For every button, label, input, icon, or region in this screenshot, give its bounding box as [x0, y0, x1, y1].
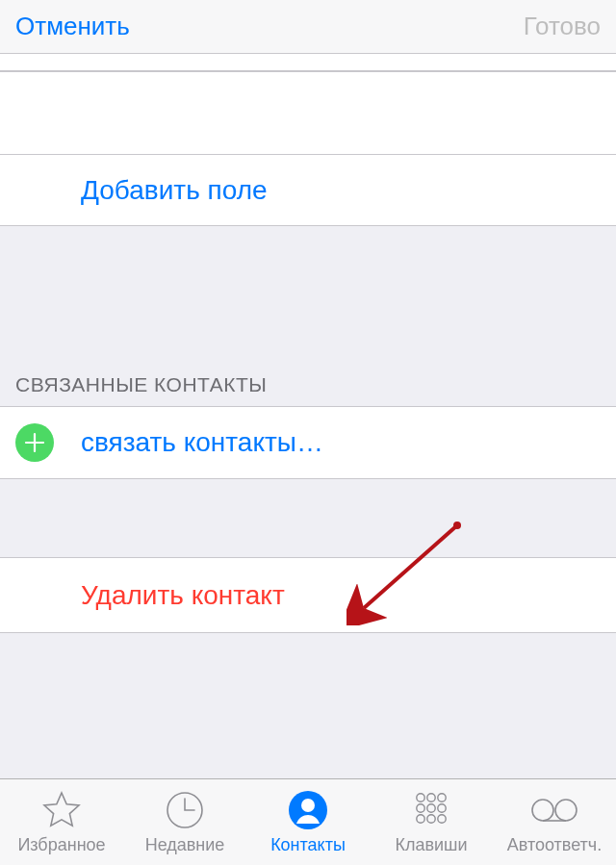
tab-keypad-label: Клавиши	[395, 835, 467, 855]
svg-point-6	[427, 794, 435, 801]
spacer	[0, 479, 616, 558]
svg-point-11	[417, 815, 424, 823]
link-contacts-label: связать контакты…	[81, 427, 323, 458]
header-bar: Отменить Готово	[0, 0, 616, 54]
svg-point-9	[427, 804, 435, 812]
contacts-icon	[287, 789, 329, 831]
done-button[interactable]: Готово	[524, 12, 601, 41]
cancel-button[interactable]: Отменить	[15, 12, 130, 41]
spacer	[0, 633, 616, 732]
tab-keypad[interactable]: Клавиши	[370, 789, 493, 855]
top-spacer-row	[0, 54, 616, 71]
svg-point-12	[427, 815, 435, 823]
delete-contact-row[interactable]: Удалить контакт	[0, 558, 616, 633]
tab-recents-label: Недавние	[145, 835, 225, 855]
spacer-white	[0, 71, 616, 154]
tab-favorites-label: Избранное	[17, 835, 105, 855]
spacer	[0, 226, 616, 301]
svg-point-14	[532, 800, 553, 821]
svg-point-15	[555, 800, 577, 821]
star-icon	[40, 789, 83, 831]
tab-favorites[interactable]: Избранное	[0, 789, 123, 855]
tab-contacts-label: Контакты	[270, 835, 346, 855]
svg-point-5	[417, 794, 424, 801]
keypad-icon	[410, 789, 452, 831]
svg-point-8	[417, 804, 424, 812]
svg-point-4	[301, 799, 315, 812]
tab-recents[interactable]: Недавние	[123, 789, 246, 855]
tab-bar: Избранное Недавние Контакты Кла	[0, 778, 616, 865]
linked-contacts-title: СВЯЗАННЫЕ КОНТАКТЫ	[0, 301, 616, 407]
delete-contact-label: Удалить контакт	[81, 580, 285, 611]
add-field-label: Добавить поле	[81, 175, 268, 206]
tab-contacts[interactable]: Контакты	[246, 789, 370, 855]
plus-icon	[15, 423, 54, 462]
tab-voicemail-label: Автоответч.	[507, 835, 602, 855]
svg-point-10	[438, 804, 446, 812]
svg-point-7	[438, 794, 446, 801]
svg-point-13	[438, 815, 446, 823]
clock-icon	[164, 789, 206, 831]
voicemail-icon	[527, 789, 581, 831]
tab-voicemail[interactable]: Автоответч.	[493, 789, 616, 855]
link-contacts-row[interactable]: связать контакты…	[0, 407, 616, 479]
add-field-row[interactable]: Добавить поле	[0, 154, 616, 226]
